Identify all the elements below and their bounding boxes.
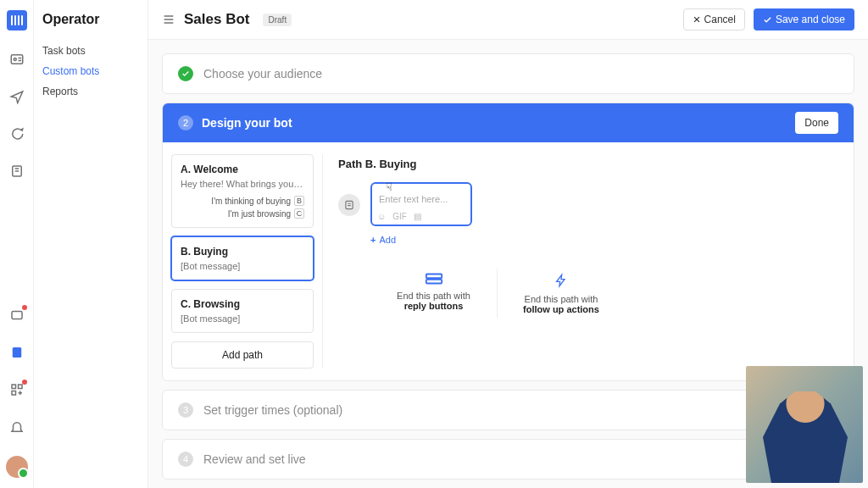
- bot-avatar-icon: [338, 194, 360, 216]
- svg-rect-3: [12, 312, 22, 319]
- add-path-button[interactable]: Add path: [171, 341, 314, 369]
- sidebar-item-task-bots[interactable]: Task bots: [42, 41, 137, 61]
- path-option: I'm just browsingC: [228, 208, 304, 219]
- gif-button[interactable]: GIF: [392, 212, 407, 221]
- bell-icon[interactable]: [8, 419, 25, 435]
- svg-rect-9: [426, 274, 441, 279]
- video-thumbnail[interactable]: [746, 366, 863, 483]
- main: Sales Bot Draft Cancel Save and close Ch…: [148, 0, 868, 488]
- path-label: C. Browsing: [181, 298, 304, 310]
- path-option: I'm thinking of buyingB: [211, 196, 304, 206]
- path-message: Hey there! What brings you to our p...: [181, 179, 304, 189]
- svg-rect-6: [18, 385, 22, 389]
- reply-buttons-icon: [379, 272, 488, 286]
- step-title: Set trigger times (optional): [203, 403, 342, 417]
- attach-icon[interactable]: ▤: [414, 212, 421, 221]
- svg-rect-4: [12, 347, 21, 358]
- detail-heading: Path B. Buying: [338, 158, 830, 170]
- docs-icon[interactable]: [8, 344, 25, 361]
- cancel-label: Cancel: [704, 14, 736, 25]
- end-with-followup[interactable]: End this path with follow up actions: [498, 269, 625, 318]
- icon-rail: [0, 0, 34, 488]
- step-title: Design your bot: [202, 116, 787, 130]
- page-title: Sales Bot: [184, 11, 249, 28]
- bolt-icon: [506, 272, 616, 289]
- path-label: B. Buying: [181, 246, 304, 258]
- apps-icon[interactable]: [8, 381, 25, 398]
- done-button[interactable]: Done: [795, 112, 838, 134]
- step-number: 4: [178, 452, 193, 467]
- step-design: 2 Design your bot Done A. Welcome Hey th…: [162, 103, 854, 381]
- sidebar-item-custom-bots[interactable]: Custom bots: [42, 61, 137, 81]
- inbox-icon[interactable]: [8, 307, 25, 324]
- svg-rect-5: [12, 385, 16, 389]
- svg-rect-10: [426, 280, 441, 284]
- menu-icon[interactable]: [162, 13, 175, 26]
- end-opt-line2: follow up actions: [506, 304, 616, 314]
- step-number: 3: [178, 402, 193, 418]
- status-badge: Draft: [263, 14, 292, 26]
- step-title: Review and set live: [203, 452, 306, 466]
- save-button[interactable]: Save and close: [754, 8, 854, 30]
- step-title: Choose your audience: [203, 67, 322, 80]
- people-icon[interactable]: [8, 51, 25, 68]
- brand-logo[interactable]: [7, 10, 27, 30]
- step-number: 2: [178, 115, 193, 130]
- path-card-welcome[interactable]: A. Welcome Hey there! What brings you to…: [171, 154, 314, 228]
- path-card-browsing[interactable]: C. Browsing [Bot message]: [171, 289, 314, 333]
- svg-point-1: [14, 58, 16, 61]
- add-block-button[interactable]: +Add: [370, 235, 396, 245]
- path-card-buying[interactable]: B. Buying [Bot message]: [171, 236, 314, 280]
- message-input[interactable]: [379, 194, 464, 204]
- sidebar-title: Operator: [42, 12, 137, 27]
- sidebar: Operator Task bots Custom bots Reports: [34, 0, 148, 488]
- end-opt-line1: End this path with: [379, 291, 488, 301]
- check-icon: [178, 66, 193, 81]
- end-opt-line1: End this path with: [506, 294, 616, 304]
- save-label: Save and close: [776, 14, 845, 25]
- end-with-reply-buttons[interactable]: End this path with reply buttons: [370, 269, 498, 318]
- sidebar-item-reports[interactable]: Reports: [42, 81, 137, 102]
- send-icon[interactable]: [8, 88, 25, 105]
- path-detail: Path B. Buying ☺ GIF: [322, 154, 845, 369]
- path-message: [Bot message]: [181, 313, 304, 324]
- user-avatar[interactable]: [6, 456, 28, 478]
- step-header: 2 Design your bot Done: [163, 103, 854, 142]
- book-icon[interactable]: [8, 163, 25, 180]
- path-message: [Bot message]: [181, 261, 304, 271]
- cancel-button[interactable]: Cancel: [683, 8, 745, 30]
- topbar: Sales Bot Draft Cancel Save and close: [148, 0, 868, 40]
- path-label: A. Welcome: [181, 164, 304, 175]
- message-input-box[interactable]: ☺ GIF ▤: [370, 182, 472, 226]
- chat-icon[interactable]: [8, 125, 25, 142]
- svg-rect-7: [12, 391, 16, 396]
- emoji-icon[interactable]: ☺: [377, 212, 386, 221]
- paths-column: A. Welcome Hey there! What brings you to…: [171, 154, 314, 369]
- step-audience[interactable]: Choose your audience: [162, 53, 854, 94]
- end-opt-line2: reply buttons: [379, 301, 488, 311]
